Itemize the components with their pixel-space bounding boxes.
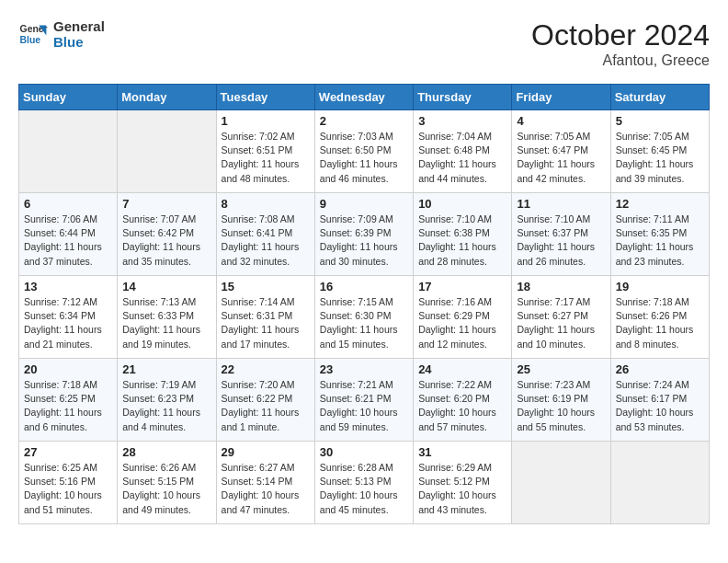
day-info: Sunrise: 7:23 AM Sunset: 6:19 PM Dayligh… <box>517 378 605 434</box>
calendar-table: SundayMondayTuesdayWednesdayThursdayFrid… <box>18 84 710 524</box>
day-number: 16 <box>320 280 408 293</box>
day-number: 14 <box>122 280 210 293</box>
day-info: Sunrise: 7:13 AM Sunset: 6:33 PM Dayligh… <box>122 295 210 351</box>
day-number: 2 <box>320 114 408 128</box>
day-number: 31 <box>418 445 506 459</box>
day-number: 10 <box>418 197 506 211</box>
calendar-header-row: SundayMondayTuesdayWednesdayThursdayFrid… <box>19 85 710 110</box>
day-number: 27 <box>24 445 112 459</box>
calendar-cell: 30Sunrise: 6:28 AM Sunset: 5:13 PM Dayli… <box>314 442 413 524</box>
calendar-cell: 5Sunrise: 7:05 AM Sunset: 6:45 PM Daylig… <box>610 110 709 193</box>
calendar-cell <box>19 110 118 193</box>
day-info: Sunrise: 7:11 AM Sunset: 6:35 PM Dayligh… <box>616 213 704 269</box>
day-info: Sunrise: 7:18 AM Sunset: 6:25 PM Dayligh… <box>24 378 112 434</box>
day-info: Sunrise: 7:04 AM Sunset: 6:48 PM Dayligh… <box>418 130 506 186</box>
day-number: 11 <box>517 197 605 211</box>
day-number: 26 <box>616 362 704 376</box>
calendar-cell: 14Sunrise: 7:13 AM Sunset: 6:33 PM Dayli… <box>118 276 216 359</box>
header-day-thursday: Thursday <box>414 85 512 110</box>
calendar-cell: 24Sunrise: 7:22 AM Sunset: 6:20 PM Dayli… <box>414 359 512 442</box>
day-info: Sunrise: 7:09 AM Sunset: 6:39 PM Dayligh… <box>320 213 408 269</box>
day-info: Sunrise: 7:18 AM Sunset: 6:26 PM Dayligh… <box>616 295 704 351</box>
logo: General Blue GeneralBlue <box>18 18 105 50</box>
day-info: Sunrise: 7:12 AM Sunset: 6:34 PM Dayligh… <box>24 295 112 351</box>
calendar-week-3: 13Sunrise: 7:12 AM Sunset: 6:34 PM Dayli… <box>19 276 710 359</box>
day-number: 17 <box>418 280 506 293</box>
calendar-cell: 23Sunrise: 7:21 AM Sunset: 6:21 PM Dayli… <box>314 359 413 442</box>
calendar-cell: 29Sunrise: 6:27 AM Sunset: 5:14 PM Dayli… <box>216 442 314 524</box>
header-day-friday: Friday <box>512 85 610 110</box>
calendar-cell: 1Sunrise: 7:02 AM Sunset: 6:51 PM Daylig… <box>216 110 314 193</box>
day-info: Sunrise: 7:03 AM Sunset: 6:50 PM Dayligh… <box>320 130 408 186</box>
title-block: October 2024 Afantou, Greece <box>531 18 710 69</box>
calendar-cell: 6Sunrise: 7:06 AM Sunset: 6:44 PM Daylig… <box>19 193 118 276</box>
day-number: 15 <box>222 280 310 293</box>
day-number: 7 <box>122 197 210 211</box>
day-number: 25 <box>517 362 605 376</box>
calendar-cell: 17Sunrise: 7:16 AM Sunset: 6:29 PM Dayli… <box>414 276 512 359</box>
calendar-cell: 28Sunrise: 6:26 AM Sunset: 5:15 PM Dayli… <box>118 442 216 524</box>
header-day-saturday: Saturday <box>610 85 709 110</box>
day-number: 4 <box>517 114 605 128</box>
day-number: 5 <box>616 114 704 128</box>
calendar-cell: 3Sunrise: 7:04 AM Sunset: 6:48 PM Daylig… <box>414 110 512 193</box>
day-info: Sunrise: 7:05 AM Sunset: 6:45 PM Dayligh… <box>616 130 704 186</box>
day-info: Sunrise: 7:19 AM Sunset: 6:23 PM Dayligh… <box>122 378 210 434</box>
day-info: Sunrise: 7:07 AM Sunset: 6:42 PM Dayligh… <box>122 213 210 269</box>
header-day-wednesday: Wednesday <box>314 85 413 110</box>
day-info: Sunrise: 7:10 AM Sunset: 6:38 PM Dayligh… <box>418 213 506 269</box>
day-info: Sunrise: 7:14 AM Sunset: 6:31 PM Dayligh… <box>222 295 310 351</box>
svg-text:Blue: Blue <box>20 35 41 45</box>
calendar-cell: 16Sunrise: 7:15 AM Sunset: 6:30 PM Dayli… <box>314 276 413 359</box>
day-info: Sunrise: 7:22 AM Sunset: 6:20 PM Dayligh… <box>418 378 506 434</box>
calendar-cell <box>512 442 610 524</box>
day-info: Sunrise: 7:06 AM Sunset: 6:44 PM Dayligh… <box>24 213 112 269</box>
day-info: Sunrise: 7:08 AM Sunset: 6:41 PM Dayligh… <box>222 213 310 269</box>
calendar-cell: 15Sunrise: 7:14 AM Sunset: 6:31 PM Dayli… <box>216 276 314 359</box>
calendar-cell: 21Sunrise: 7:19 AM Sunset: 6:23 PM Dayli… <box>118 359 216 442</box>
day-number: 22 <box>222 362 310 376</box>
day-number: 1 <box>222 114 310 128</box>
day-number: 9 <box>320 197 408 211</box>
calendar-cell: 12Sunrise: 7:11 AM Sunset: 6:35 PM Dayli… <box>610 193 709 276</box>
month-title: October 2024 <box>531 18 710 52</box>
day-number: 29 <box>222 445 310 459</box>
day-number: 6 <box>24 197 112 211</box>
calendar-cell <box>118 110 216 193</box>
day-number: 30 <box>320 445 408 459</box>
page-header: General Blue GeneralBlue October 2024 Af… <box>18 18 710 69</box>
calendar-cell: 19Sunrise: 7:18 AM Sunset: 6:26 PM Dayli… <box>610 276 709 359</box>
calendar-cell: 2Sunrise: 7:03 AM Sunset: 6:50 PM Daylig… <box>314 110 413 193</box>
day-info: Sunrise: 7:20 AM Sunset: 6:22 PM Dayligh… <box>222 378 310 434</box>
location-subtitle: Afantou, Greece <box>531 52 710 69</box>
day-info: Sunrise: 7:17 AM Sunset: 6:27 PM Dayligh… <box>517 295 605 351</box>
header-day-sunday: Sunday <box>19 85 118 110</box>
day-info: Sunrise: 6:27 AM Sunset: 5:14 PM Dayligh… <box>222 461 310 517</box>
day-info: Sunrise: 7:15 AM Sunset: 6:30 PM Dayligh… <box>320 295 408 351</box>
calendar-week-5: 27Sunrise: 6:25 AM Sunset: 5:16 PM Dayli… <box>19 442 710 524</box>
day-info: Sunrise: 7:10 AM Sunset: 6:37 PM Dayligh… <box>517 213 605 269</box>
day-info: Sunrise: 7:16 AM Sunset: 6:29 PM Dayligh… <box>418 295 506 351</box>
calendar-cell: 13Sunrise: 7:12 AM Sunset: 6:34 PM Dayli… <box>19 276 118 359</box>
day-info: Sunrise: 6:29 AM Sunset: 5:12 PM Dayligh… <box>418 461 506 517</box>
day-info: Sunrise: 7:02 AM Sunset: 6:51 PM Dayligh… <box>222 130 310 186</box>
day-number: 23 <box>320 362 408 376</box>
header-day-monday: Monday <box>118 85 216 110</box>
day-number: 24 <box>418 362 506 376</box>
day-info: Sunrise: 6:25 AM Sunset: 5:16 PM Dayligh… <box>24 461 112 517</box>
day-number: 21 <box>122 362 210 376</box>
day-info: Sunrise: 7:24 AM Sunset: 6:17 PM Dayligh… <box>616 378 704 434</box>
day-number: 20 <box>24 362 112 376</box>
calendar-cell: 8Sunrise: 7:08 AM Sunset: 6:41 PM Daylig… <box>216 193 314 276</box>
calendar-cell: 4Sunrise: 7:05 AM Sunset: 6:47 PM Daylig… <box>512 110 610 193</box>
header-day-tuesday: Tuesday <box>216 85 314 110</box>
day-number: 18 <box>517 280 605 293</box>
day-info: Sunrise: 6:26 AM Sunset: 5:15 PM Dayligh… <box>122 461 210 517</box>
calendar-week-4: 20Sunrise: 7:18 AM Sunset: 6:25 PM Dayli… <box>19 359 710 442</box>
day-info: Sunrise: 7:05 AM Sunset: 6:47 PM Dayligh… <box>517 130 605 186</box>
day-number: 28 <box>122 445 210 459</box>
day-number: 3 <box>418 114 506 128</box>
logo-icon: General Blue <box>18 19 48 49</box>
day-info: Sunrise: 7:21 AM Sunset: 6:21 PM Dayligh… <box>320 378 408 434</box>
day-info: Sunrise: 6:28 AM Sunset: 5:13 PM Dayligh… <box>320 461 408 517</box>
